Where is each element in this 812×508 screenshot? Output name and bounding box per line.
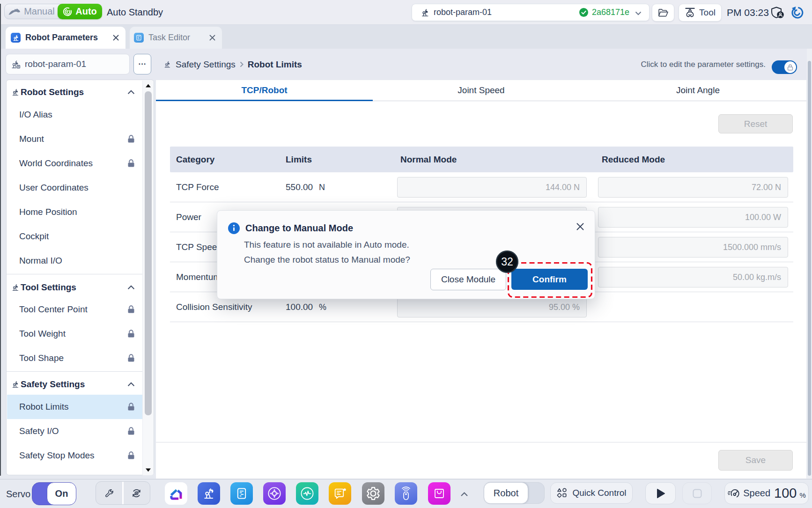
lock-icon <box>127 159 135 168</box>
section-collapse-icon[interactable] <box>127 90 135 95</box>
sidebar-scrollbar[interactable] <box>142 81 154 475</box>
chevron-down-icon[interactable] <box>635 11 642 15</box>
sidebar-section-header[interactable]: Safety Settings <box>7 372 148 397</box>
dialog-close-icon[interactable] <box>576 222 584 231</box>
sidebar-item-mount[interactable]: Mount <box>7 127 148 151</box>
param-file-name: robot-param-01 <box>25 59 86 69</box>
sidebar-item-tool-weight[interactable]: Tool Weight <box>7 322 148 346</box>
servo-toggle[interactable]: On <box>32 482 76 505</box>
stop-button[interactable] <box>682 482 712 504</box>
reset-button[interactable]: Reset <box>718 114 793 133</box>
speed-indicator[interactable]: Speed 100 % <box>724 482 809 504</box>
sidebar-item-home-position[interactable]: Home Position <box>7 200 148 224</box>
wrench-button[interactable] <box>96 482 122 504</box>
speed-value: 100 <box>774 486 797 501</box>
tool-gripper-icon <box>685 7 695 18</box>
sidebar-item-world-coordinates[interactable]: World Coordinates <box>7 151 148 176</box>
sidebar-item-i-o-alias[interactable]: I/O Alias <box>7 103 148 127</box>
jog-icon[interactable] <box>263 482 286 505</box>
sidebar-item-cockpit[interactable]: Cockpit <box>7 224 148 249</box>
sidebar-section-header[interactable]: Tool Settings <box>7 275 148 300</box>
sidebar-section-header[interactable]: Robot Settings <box>7 80 148 104</box>
section-robot-icon <box>11 380 20 389</box>
store-bag-icon[interactable] <box>428 482 450 505</box>
play-icon <box>656 488 665 499</box>
open-file-button[interactable] <box>652 4 674 22</box>
manual-mode-button[interactable]: Manual <box>5 4 58 19</box>
auto-mode-button[interactable]: Auto <box>58 4 102 19</box>
normal-mode-field[interactable]: 95.00 % <box>397 297 587 317</box>
dialog-message-line2: Change the robot status to Manual mode? <box>244 255 410 265</box>
robot-space-toggle[interactable]: Robot <box>484 482 545 504</box>
sidebar-item-normal-i-o[interactable]: Normal I/O <box>7 249 148 273</box>
sidebar-item-tool-center-point[interactable]: Tool Center Point <box>7 297 148 322</box>
reduced-mode-field[interactable]: 100.00 W <box>598 207 788 228</box>
robot-space-active: Robot <box>484 482 528 504</box>
reduced-mode-field[interactable]: 50.00 kg.m/s <box>598 267 788 287</box>
save-button[interactable]: Save <box>718 450 793 471</box>
scroll-up-icon[interactable] <box>145 83 151 88</box>
sidebar-section-divider <box>7 371 154 372</box>
folder-open-icon <box>658 8 669 17</box>
log-chat-icon[interactable] <box>329 482 351 505</box>
sidebar-item-safety-stop-modes[interactable]: Safety Stop Modes <box>7 443 148 468</box>
tab-joint-speed[interactable]: Joint Speed <box>373 80 590 101</box>
confirm-button[interactable]: Confirm <box>511 269 588 290</box>
close-tab-icon[interactable] <box>112 34 119 41</box>
robot-arm-icon[interactable] <box>198 482 220 505</box>
lock-icon <box>127 403 135 411</box>
main-scroll-thumb[interactable] <box>808 61 811 476</box>
window-tab-bar: Robot Parameters Task Editor <box>0 25 812 49</box>
scroll-down-icon[interactable] <box>145 468 151 472</box>
tab-tcp-robot[interactable]: TCP/Robot <box>156 80 373 101</box>
dock-expand-caret[interactable] <box>460 479 468 508</box>
section-collapse-icon[interactable] <box>127 382 135 387</box>
lock-icon <box>127 330 135 338</box>
sidebar-section-divider <box>7 274 154 274</box>
breadcrumb-section[interactable]: Safety Settings <box>176 59 236 70</box>
sync-add-button[interactable] <box>124 482 150 504</box>
sidebar-item-user-coordinates[interactable]: User Coordinates <box>7 176 148 200</box>
tab-label: Task Editor <box>148 33 190 43</box>
security-shield-icon[interactable] <box>771 7 784 19</box>
sidebar-item-tool-shape[interactable]: Tool Shape <box>7 346 148 370</box>
close-module-button[interactable]: Close Module <box>430 269 506 290</box>
sidebar-item-robot-limits[interactable]: Robot Limits <box>7 395 148 419</box>
sidebar-item-safety-i-o[interactable]: Safety I/O <box>7 419 148 443</box>
speed-unit: % <box>799 491 805 499</box>
reduced-mode-field[interactable]: 72.00 N <box>598 177 788 198</box>
servo-toggle-knob: On <box>47 482 76 505</box>
sidebar-menu: Robot SettingsI/O AliasMountWorld Coordi… <box>6 80 154 475</box>
play-button[interactable] <box>645 482 676 504</box>
active-param-widget[interactable]: robot-param-01 2a68171e <box>412 4 650 21</box>
save-separator <box>156 442 806 442</box>
sidebar-item-label: I/O Alias <box>19 110 52 120</box>
status-pulse-icon[interactable] <box>296 482 318 505</box>
quick-control-button[interactable]: Quick Control <box>550 482 633 504</box>
reduced-mode-field[interactable]: 1500.000 mm/s <box>598 237 788 258</box>
param-more-button[interactable]: ... <box>133 54 151 74</box>
section-collapse-icon[interactable] <box>127 285 135 290</box>
tab-joint-angle[interactable]: Joint Angle <box>590 80 806 101</box>
manual-label: Manual <box>24 6 55 17</box>
param-file-input[interactable]: robot-param-01 <box>6 54 130 74</box>
task-document-icon[interactable] <box>230 482 253 505</box>
normal-mode-field[interactable]: 144.00 N <box>397 177 587 198</box>
sidebar-scroll-thumb[interactable] <box>145 91 152 415</box>
remote-mouse-icon[interactable] <box>395 482 417 505</box>
settings-gear-icon[interactable] <box>362 482 384 505</box>
breadcrumb: Safety Settings Robot Limits <box>163 49 302 80</box>
close-tab-icon[interactable] <box>209 34 216 41</box>
dialog-title: Change to Manual Mode <box>245 223 353 234</box>
sync-restart-icon[interactable] <box>790 6 804 19</box>
breadcrumb-page: Robot Limits <box>248 59 302 70</box>
edit-lock-toggle[interactable] <box>772 60 797 74</box>
row-limit-value: 550.00 <box>286 172 313 202</box>
main-scrollbar[interactable] <box>807 49 812 479</box>
tab-robot-parameters[interactable]: Robot Parameters <box>6 27 125 49</box>
dart-home-icon[interactable] <box>165 482 187 505</box>
tab-task-editor[interactable]: Task Editor <box>130 27 222 49</box>
tool-button[interactable]: Tool <box>679 4 722 22</box>
breadcrumb-chevron-icon <box>240 61 244 67</box>
col-limits: Limits <box>286 147 312 172</box>
